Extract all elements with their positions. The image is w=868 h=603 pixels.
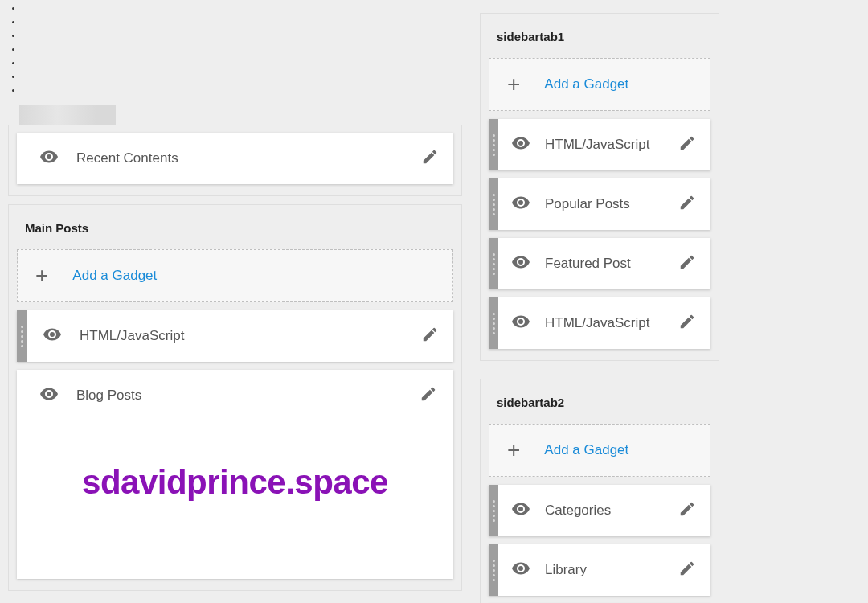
widget-item: Featured Post bbox=[489, 238, 710, 289]
widget-item: HTML/JavaScript bbox=[489, 297, 710, 349]
drag-handle-icon[interactable] bbox=[489, 238, 498, 289]
edit-icon[interactable] bbox=[664, 560, 710, 580]
watermark-text: sdavidprince.space bbox=[17, 463, 453, 502]
nav-dot bbox=[23, 2, 470, 15]
section-sidebartab1: sidebartab1 + Add a Gadget HTML/JavaScri… bbox=[480, 13, 719, 361]
nav-dot bbox=[23, 84, 470, 97]
nav-dot bbox=[23, 56, 470, 70]
visibility-icon[interactable] bbox=[511, 193, 530, 215]
visibility-icon[interactable] bbox=[39, 147, 59, 170]
plus-icon: + bbox=[507, 439, 520, 461]
nav-dot bbox=[23, 29, 470, 43]
add-gadget-label: Add a Gadget bbox=[544, 442, 628, 458]
widget-title: HTML/JavaScript bbox=[80, 328, 391, 344]
visibility-icon[interactable] bbox=[39, 384, 59, 407]
edit-icon[interactable] bbox=[664, 253, 710, 274]
section-recent: Recent Contents bbox=[8, 125, 462, 196]
widget-item: Library bbox=[489, 544, 710, 596]
widget-item: Categories bbox=[489, 485, 710, 536]
section-sidebartab2: sidebartab2 + Add a Gadget Categories Li… bbox=[480, 379, 719, 603]
drag-handle-icon[interactable] bbox=[489, 485, 498, 536]
drag-handle-icon[interactable] bbox=[489, 119, 498, 170]
section-main-posts: Main Posts + Add a Gadget HTML/JavaScrip… bbox=[8, 204, 462, 591]
visibility-icon[interactable] bbox=[511, 252, 530, 275]
layout-workspace: Recent Contents Main Posts + Add a Gadge… bbox=[0, 0, 719, 603]
right-column: sidebartab1 + Add a Gadget HTML/JavaScri… bbox=[480, 0, 719, 603]
visibility-icon[interactable] bbox=[43, 325, 62, 347]
edit-icon[interactable] bbox=[664, 194, 710, 215]
left-column: Recent Contents Main Posts + Add a Gadge… bbox=[0, 0, 470, 603]
edit-icon[interactable] bbox=[407, 148, 453, 169]
plus-icon: + bbox=[35, 265, 48, 287]
edit-icon[interactable] bbox=[407, 326, 453, 347]
edit-icon[interactable] bbox=[664, 313, 710, 334]
visibility-icon[interactable] bbox=[511, 312, 530, 334]
widget-title: Blog Posts bbox=[76, 388, 402, 404]
add-gadget-button[interactable]: + Add a Gadget bbox=[17, 249, 453, 302]
widget-title: HTML/JavaScript bbox=[545, 137, 656, 153]
loading-skeleton bbox=[19, 105, 116, 125]
edit-icon[interactable] bbox=[664, 500, 710, 521]
add-gadget-button[interactable]: + Add a Gadget bbox=[489, 58, 710, 111]
widget-title: Recent Contents bbox=[76, 150, 391, 166]
nav-dot bbox=[23, 70, 470, 84]
visibility-icon[interactable] bbox=[511, 133, 530, 156]
add-gadget-label: Add a Gadget bbox=[72, 268, 157, 284]
section-title: sidebartab2 bbox=[489, 388, 710, 424]
widget-title: Categories bbox=[545, 503, 656, 519]
widget-html-js: HTML/JavaScript bbox=[17, 310, 453, 362]
section-title: Main Posts bbox=[17, 213, 453, 249]
drag-handle-icon[interactable] bbox=[489, 297, 498, 349]
drag-handle-icon[interactable] bbox=[17, 310, 27, 362]
widget-item: HTML/JavaScript bbox=[489, 119, 710, 170]
widget-title: HTML/JavaScript bbox=[545, 315, 656, 331]
visibility-icon[interactable] bbox=[511, 499, 530, 522]
edit-icon[interactable] bbox=[420, 385, 437, 406]
nav-indicator-list bbox=[0, 2, 470, 97]
plus-icon: + bbox=[507, 73, 520, 96]
widget-title: Popular Posts bbox=[545, 196, 656, 212]
edit-icon[interactable] bbox=[664, 134, 710, 155]
drag-handle-icon[interactable] bbox=[489, 544, 498, 596]
widget-recent-contents: Recent Contents bbox=[17, 133, 453, 184]
nav-dot bbox=[23, 15, 470, 29]
widget-title: Library bbox=[545, 562, 656, 578]
section-title: sidebartab1 bbox=[489, 22, 710, 58]
drag-handle-icon[interactable] bbox=[489, 178, 498, 230]
add-gadget-button[interactable]: + Add a Gadget bbox=[489, 424, 710, 477]
visibility-icon[interactable] bbox=[511, 559, 530, 581]
widget-blog-posts: Blog Posts sdavidprince.space bbox=[17, 370, 453, 579]
nav-dot bbox=[23, 43, 470, 56]
widget-title: Featured Post bbox=[545, 256, 656, 272]
widget-item: Popular Posts bbox=[489, 178, 710, 230]
add-gadget-label: Add a Gadget bbox=[544, 76, 628, 92]
